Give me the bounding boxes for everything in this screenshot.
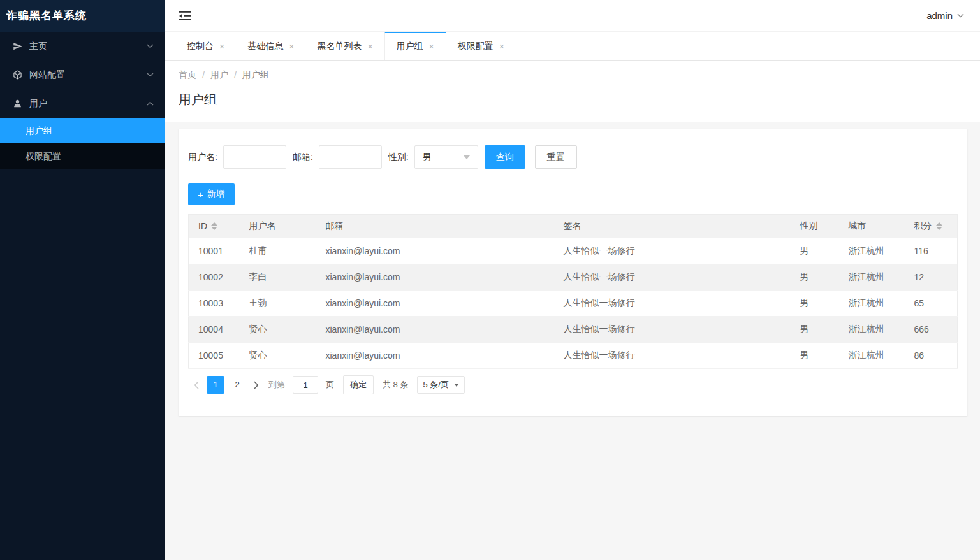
tab-permission-config[interactable]: 权限配置 × bbox=[446, 32, 516, 60]
breadcrumb-users[interactable]: 用户 bbox=[210, 69, 228, 81]
sort-icon[interactable] bbox=[936, 222, 942, 230]
filter-form: 用户名: 邮箱: 性别: 男 查询 重置 bbox=[188, 145, 958, 169]
table-cell: 李白 bbox=[240, 264, 316, 291]
table-cell: 男 bbox=[791, 238, 839, 264]
tab-basic-info[interactable]: 基础信息 × bbox=[236, 32, 305, 60]
prev-page-button[interactable] bbox=[188, 376, 205, 394]
cube-icon bbox=[13, 70, 23, 80]
table-cell: 王勃 bbox=[240, 291, 316, 317]
goto-label: 到第 bbox=[268, 379, 285, 391]
table-cell: xianxin@layui.com bbox=[316, 291, 554, 317]
chevron-up-icon bbox=[147, 101, 154, 106]
column-header-gender: 性别 bbox=[791, 215, 839, 238]
breadcrumb-separator: / bbox=[234, 70, 237, 80]
sidebar-collapse-button[interactable] bbox=[179, 11, 191, 21]
sidebar-item-label: 用户 bbox=[29, 98, 147, 110]
table-cell: 人生恰似一场修行 bbox=[554, 317, 791, 343]
table-cell: 666 bbox=[905, 317, 958, 343]
breadcrumb-separator: / bbox=[202, 70, 205, 80]
close-icon[interactable]: × bbox=[367, 42, 372, 51]
column-header-id[interactable]: ID bbox=[189, 215, 240, 238]
page-title: 用户组 bbox=[179, 91, 967, 108]
plus-icon: + bbox=[198, 189, 203, 200]
username: admin bbox=[926, 10, 953, 21]
email-input[interactable] bbox=[319, 145, 382, 169]
add-button[interactable]: + 新增 bbox=[188, 183, 235, 205]
column-header-signature: 签名 bbox=[554, 215, 791, 238]
username-label: 用户名: bbox=[188, 152, 217, 163]
table-cell: 贤心 bbox=[240, 317, 316, 343]
table-cell: 男 bbox=[791, 291, 839, 317]
confirm-button[interactable]: 确定 bbox=[343, 375, 374, 394]
table-cell: xianxin@layui.com bbox=[316, 343, 554, 369]
content-area: 首页 / 用户 / 用户组 用户组 用户名: 邮箱: 性别: 男 bbox=[165, 61, 980, 560]
sidebar-item-label: 网站配置 bbox=[29, 69, 147, 81]
username-input[interactable] bbox=[223, 145, 286, 169]
tab-label: 用户组 bbox=[397, 41, 423, 52]
table-cell: 浙江杭州 bbox=[839, 264, 905, 291]
table-row: 10005贤心xianxin@layui.com人生恰似一场修行男浙江杭州86 bbox=[189, 343, 958, 369]
sidebar-item-users[interactable]: 用户 bbox=[0, 89, 165, 118]
tab-label: 黑名单列表 bbox=[317, 41, 362, 52]
table-cell: 86 bbox=[905, 343, 958, 369]
table-cell: xianxin@layui.com bbox=[316, 238, 554, 264]
tab-console[interactable]: 控制台 × bbox=[175, 32, 236, 60]
next-page-button[interactable] bbox=[248, 376, 265, 394]
table-cell: 116 bbox=[905, 238, 958, 264]
table-row: 10001杜甫xianxin@layui.com人生恰似一场修行男浙江杭州116 bbox=[189, 238, 958, 264]
close-icon[interactable]: × bbox=[219, 42, 224, 51]
sidebar-item-site-config[interactable]: 网站配置 bbox=[0, 61, 165, 89]
tab-label: 控制台 bbox=[187, 41, 214, 52]
main-area: admin 控制台 × 基础信息 × 黑名单列表 × 用户组 × bbox=[165, 0, 980, 560]
breadcrumb: 首页 / 用户 / 用户组 bbox=[179, 69, 967, 81]
page-number-1[interactable]: 1 bbox=[207, 376, 224, 394]
table-row: 10002李白xianxin@layui.com人生恰似一场修行男浙江杭州12 bbox=[189, 264, 958, 291]
search-button[interactable]: 查询 bbox=[485, 145, 525, 169]
chevron-down-icon bbox=[147, 73, 154, 77]
table-row: 10003王勃xianxin@layui.com人生恰似一场修行男浙江杭州65 bbox=[189, 291, 958, 317]
page-header: 首页 / 用户 / 用户组 用户组 bbox=[165, 61, 980, 122]
breadcrumb-current: 用户组 bbox=[242, 69, 269, 81]
per-page-value: 5 条/页 bbox=[423, 379, 448, 391]
table-cell: 浙江杭州 bbox=[839, 238, 905, 264]
gender-select[interactable]: 男 bbox=[414, 145, 478, 169]
page-number-2[interactable]: 2 bbox=[228, 376, 246, 394]
table-cell: 杜甫 bbox=[240, 238, 316, 264]
gender-select-value: 男 bbox=[423, 152, 432, 163]
table-cell: 人生恰似一场修行 bbox=[554, 264, 791, 291]
column-header-email: 邮箱 bbox=[316, 215, 554, 238]
table-cell: 10003 bbox=[189, 291, 240, 317]
table-cell: 12 bbox=[905, 264, 958, 291]
close-icon[interactable]: × bbox=[429, 42, 434, 51]
breadcrumb-home[interactable]: 首页 bbox=[179, 69, 196, 81]
close-icon[interactable]: × bbox=[289, 42, 294, 51]
close-icon[interactable]: × bbox=[499, 42, 504, 51]
column-header-score[interactable]: 积分 bbox=[905, 215, 958, 238]
tab-user-group[interactable]: 用户组 × bbox=[384, 32, 446, 60]
table-cell: 人生恰似一场修行 bbox=[554, 238, 791, 264]
table-body: 10001杜甫xianxin@layui.com人生恰似一场修行男浙江杭州116… bbox=[189, 238, 958, 369]
table-cell: xianxin@layui.com bbox=[316, 317, 554, 343]
column-header-username: 用户名 bbox=[240, 215, 316, 238]
chevron-down-icon bbox=[147, 44, 154, 48]
tab-bar: 控制台 × 基础信息 × 黑名单列表 × 用户组 × 权限配置 × bbox=[165, 32, 980, 61]
user-icon bbox=[13, 99, 23, 109]
sidebar-item-permission-config[interactable]: 权限配置 bbox=[0, 143, 165, 169]
pagination: 1 2 到第 页 确定 共 8 条 5 条/页 bbox=[188, 375, 958, 403]
per-page-select[interactable]: 5 条/页 bbox=[417, 376, 464, 394]
table-cell: 人生恰似一场修行 bbox=[554, 291, 791, 317]
user-menu[interactable]: admin bbox=[926, 10, 964, 21]
sidebar-item-user-group[interactable]: 用户组 bbox=[0, 118, 165, 143]
top-bar: admin bbox=[165, 0, 980, 32]
reset-button[interactable]: 重置 bbox=[535, 145, 577, 169]
goto-page-input[interactable] bbox=[293, 376, 318, 394]
table-cell: 浙江杭州 bbox=[839, 291, 905, 317]
table-cell: 人生恰似一场修行 bbox=[554, 343, 791, 369]
sidebar-item-home[interactable]: 主页 bbox=[0, 32, 165, 61]
table-cell: 10005 bbox=[189, 343, 240, 369]
tab-label: 权限配置 bbox=[458, 41, 494, 52]
table-row: 10004贤心xianxin@layui.com人生恰似一场修行男浙江杭州666 bbox=[189, 317, 958, 343]
tab-blacklist[interactable]: 黑名单列表 × bbox=[305, 32, 384, 60]
sort-icon[interactable] bbox=[211, 222, 217, 230]
table-cell: 10004 bbox=[189, 317, 240, 343]
